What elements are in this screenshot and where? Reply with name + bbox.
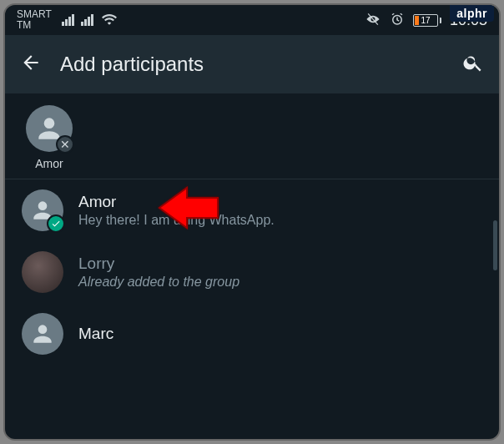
selected-chip[interactable]: ✕ Amor: [22, 105, 77, 170]
carrier-label: SMART TM: [17, 9, 52, 30]
avatar: [22, 313, 63, 355]
wifi-icon: [102, 13, 117, 28]
contact-row[interactable]: Marc: [5, 303, 499, 365]
alarm-icon: [390, 12, 405, 29]
avatar: [22, 189, 63, 231]
contact-row: Lorry Already added to the group: [5, 241, 499, 303]
remove-chip-icon[interactable]: ✕: [56, 135, 74, 154]
contact-status: Already added to the group: [78, 275, 239, 290]
contact-name: Marc: [78, 325, 113, 343]
svg-marker-1: [159, 188, 218, 228]
scrollbar[interactable]: [493, 220, 497, 270]
contact-list: Amor Hey there! I am using WhatsApp. Lor…: [5, 179, 499, 365]
contact-name: Lorry: [78, 255, 239, 273]
status-bar: SMART TM 17 10:05: [5, 5, 499, 35]
battery-icon: 17: [413, 14, 441, 27]
checkmark-icon: [47, 214, 65, 233]
annotation-arrow-icon: [155, 183, 222, 233]
app-bar: Add participants: [5, 35, 499, 93]
battery-percent: 17: [414, 16, 437, 25]
back-button[interactable]: [20, 52, 42, 77]
avatar: [22, 251, 63, 293]
selected-chips-row: ✕ Amor: [5, 93, 499, 179]
screen: alphr SMART TM 17 10:05 Ad: [3, 3, 501, 441]
signal-icon-2: [81, 14, 93, 26]
avatar: ✕: [26, 105, 73, 152]
eye-off-icon: [365, 13, 381, 28]
chip-label: Amor: [35, 157, 63, 170]
watermark: alphr: [450, 5, 494, 22]
signal-icon: [62, 14, 74, 26]
search-button[interactable]: [462, 52, 484, 77]
carrier-line2: TM: [17, 20, 52, 31]
contact-row[interactable]: Amor Hey there! I am using WhatsApp.: [5, 179, 499, 241]
page-title: Add participants: [60, 53, 444, 76]
